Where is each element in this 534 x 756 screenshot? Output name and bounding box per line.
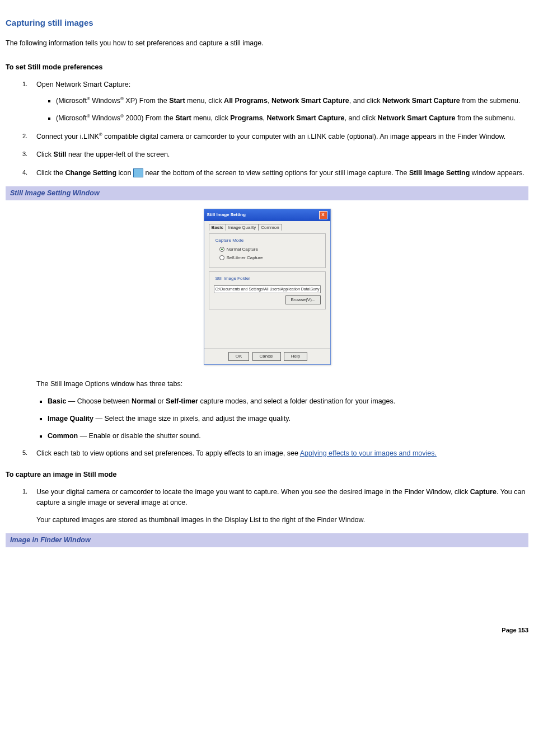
link-applying-effects[interactable]: Applying effects to your images and movi…: [300, 449, 437, 457]
radio-dot-icon: [219, 247, 224, 252]
text: near the bottom of the screen to view se…: [143, 169, 409, 177]
text: ,: [268, 97, 271, 105]
text: from the submenu.: [460, 97, 521, 105]
tab-desc-image-quality: Image Quality — Select the image size in…: [48, 414, 528, 424]
step-1: 1. Open Network Smart Capture: (Microsof…: [22, 79, 528, 124]
section2-heading: To capture an image in Still mode: [6, 469, 528, 480]
bold: Normal: [132, 397, 156, 405]
text: Click each tab to view options and set p…: [36, 449, 300, 457]
step-4: 4. Click the Change Setting icon near th…: [22, 168, 528, 179]
group-title: Still Image Folder: [214, 275, 252, 282]
bold: Basic: [48, 397, 66, 405]
bold: Capture: [470, 488, 496, 496]
text: 2000) From the: [124, 114, 175, 122]
text: Windows: [90, 97, 120, 105]
group-still-image-folder: Still Image Folder C:\Documents and Sett…: [209, 271, 326, 310]
text: Click the: [36, 169, 65, 177]
tab-image-quality[interactable]: Image Quality: [226, 224, 259, 231]
text: Windows: [90, 114, 120, 122]
bold: Common: [48, 432, 78, 440]
step-marker: 1.: [22, 487, 27, 496]
text: — Choose between: [66, 397, 132, 405]
text: Use your digital camera or camcorder to …: [36, 488, 470, 496]
ok-button[interactable]: OK: [228, 352, 250, 361]
bold: Change Setting: [65, 169, 116, 177]
bold: Self: [166, 397, 179, 405]
bold: Still Image Setting: [409, 169, 470, 177]
bold: Network Smart Capture: [271, 97, 349, 105]
browse-button[interactable]: Browse(V)...: [285, 295, 320, 304]
step-text: Open Network Smart Capture:: [36, 81, 130, 88]
step-marker: 3.: [22, 149, 27, 159]
step-marker: 1.: [22, 79, 27, 89]
tab-desc-basic: Basic — Choose between Normal or Self-ti…: [48, 396, 528, 407]
text: (Microsoft: [56, 97, 87, 105]
bold: timer: [181, 397, 198, 405]
bold: Network Smart Capture: [382, 97, 460, 105]
text: ,: [263, 114, 267, 122]
bold: Image Quality: [48, 415, 93, 422]
step-3: 3. Click Still near the upper-left of th…: [22, 149, 528, 160]
text: window appears.: [470, 169, 524, 177]
sub-bullet-xp: (Microsoft® Windows® XP) From the Start …: [56, 96, 528, 106]
radio-dot-icon: [219, 255, 224, 260]
text: capture modes, and select a folder desti…: [198, 397, 395, 405]
text: menu, click: [185, 97, 224, 105]
group-capture-mode: Capture Mode Normal Capture Self-timer C…: [209, 233, 326, 268]
text: — Enable or disable the shutter sound.: [78, 432, 201, 440]
text: near the upper-left of the screen.: [66, 151, 170, 158]
bold: Network Smart Capture: [378, 114, 456, 122]
text: compatible digital camera or camcorder t…: [102, 133, 506, 140]
text: Click: [36, 151, 54, 158]
sub-bullet-2000: (Microsoft® Windows® 2000) From the Star…: [56, 113, 528, 124]
bold: Start: [175, 114, 191, 122]
group-title: Capture Mode: [214, 237, 246, 244]
section1-heading: To set Still mode preferences: [6, 62, 528, 73]
text: XP) From the: [124, 97, 169, 105]
text: , and click: [344, 114, 377, 122]
sec2-step1-para2: Your captured images are stored as thumb…: [36, 515, 528, 525]
step-5: 5. Click each tab to view options and se…: [22, 448, 528, 459]
bold: All Programs: [224, 97, 268, 105]
radio-label: Self-timer Capture: [227, 255, 263, 260]
step-marker: 4.: [22, 168, 27, 177]
tab-common[interactable]: Common: [258, 224, 282, 231]
bold: Still: [54, 151, 67, 158]
bold: Programs: [230, 114, 263, 122]
sec2-step-1: 1. Use your digital camera or camcorder …: [22, 487, 528, 525]
step-marker: 2.: [22, 132, 27, 141]
change-setting-icon: [133, 168, 143, 177]
text: Connect your i.LINK: [36, 133, 99, 140]
dialog-still-image-setting: Still Image Setting X BasicImage Quality…: [204, 209, 331, 365]
text: from the submenu.: [455, 114, 516, 122]
text: — Select the image size in pixels, and a…: [93, 415, 291, 422]
tab-desc-common: Common — Enable or disable the shutter s…: [48, 431, 528, 442]
dialog-titlebar: Still Image Setting X: [204, 209, 330, 221]
text: , and click: [349, 97, 382, 105]
figure-caption-finder-window: Image in Finder Window: [6, 533, 528, 547]
page-number: Page 153: [6, 626, 528, 635]
close-icon[interactable]: X: [319, 211, 327, 219]
text: icon: [116, 169, 133, 177]
step-marker: 5.: [22, 448, 27, 458]
page-title: Capturing still images: [6, 17, 528, 30]
after-figure-text: The Still Image Options window has three…: [36, 379, 528, 389]
bold: Start: [169, 97, 185, 105]
text: menu, click: [191, 114, 230, 122]
help-button[interactable]: Help: [284, 352, 307, 361]
folder-path-field[interactable]: C:\Documents and Settings\All Users\Appl…: [214, 285, 321, 294]
dialog-title: Still Image Setting: [207, 212, 246, 218]
radio-self-timer-capture[interactable]: Self-timer Capture: [219, 255, 321, 261]
radio-normal-capture[interactable]: Normal Capture: [219, 246, 321, 253]
step-2: 2. Connect your i.LINK® compatible digit…: [22, 132, 528, 142]
text: or: [156, 397, 166, 405]
text: (Microsoft: [56, 114, 87, 122]
cancel-button[interactable]: Cancel: [252, 352, 281, 361]
intro-text: The following information tells you how …: [6, 38, 528, 49]
figure-caption-still-setting: Still Image Setting Window: [6, 186, 528, 200]
radio-label: Normal Capture: [227, 247, 258, 252]
bold: Network Smart Capture: [267, 114, 345, 122]
tab-basic[interactable]: Basic: [209, 224, 226, 231]
